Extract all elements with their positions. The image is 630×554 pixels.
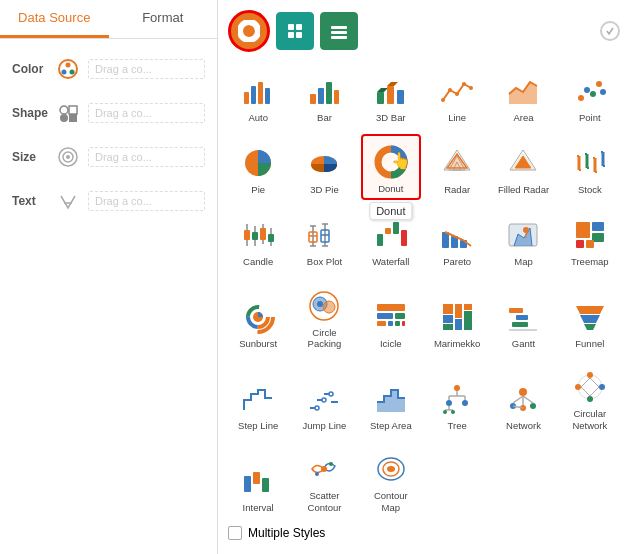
chart-area[interactable]: Area	[493, 62, 553, 128]
text-icon	[54, 187, 82, 215]
chart-interval[interactable]: Interval	[228, 442, 288, 518]
svg-rect-167	[244, 476, 251, 492]
circlepacking-icon	[306, 288, 342, 324]
chart-marimekko[interactable]: Marimekko	[427, 279, 487, 355]
svg-point-107	[317, 301, 323, 307]
svg-point-133	[315, 406, 319, 410]
pie-label: Pie	[251, 184, 265, 195]
map-icon	[505, 217, 541, 253]
pareto-label: Pareto	[443, 256, 471, 267]
svg-rect-125	[512, 322, 528, 327]
format-btn-1[interactable]	[276, 12, 314, 50]
chart-candle[interactable]: Candle	[228, 206, 288, 272]
svg-point-134	[322, 398, 326, 402]
multiple-styles-checkbox[interactable]	[228, 526, 242, 540]
svg-rect-95	[592, 222, 604, 231]
svg-rect-112	[388, 321, 393, 326]
gantt-icon	[505, 299, 541, 335]
svg-point-159	[587, 372, 593, 378]
chart-jumpline[interactable]: Jump Line	[294, 360, 354, 436]
donut-label: Donut	[378, 183, 403, 194]
check-indicator	[600, 21, 620, 41]
svg-line-166	[581, 387, 590, 396]
chart-bar[interactable]: Bar	[294, 62, 354, 128]
chart-sunburst[interactable]: Sunburst	[228, 279, 288, 355]
chart-funnel[interactable]: Funnel	[560, 279, 620, 355]
3dpie-icon	[306, 145, 342, 181]
chart-3dpie[interactable]: 3D Pie	[294, 134, 354, 200]
svg-rect-24	[310, 94, 316, 104]
svg-point-3	[70, 70, 75, 75]
shape-drop-zone[interactable]: Drag a co...	[88, 103, 205, 123]
boxplot-label: Box Plot	[307, 256, 342, 267]
format-btn-2[interactable]	[320, 12, 358, 50]
svg-line-163	[590, 378, 599, 387]
tab-data-source[interactable]: Data Source	[0, 0, 109, 38]
chart-circularnetwork[interactable]: Circular Network	[560, 360, 620, 436]
contourmap-label: Contour Map	[364, 490, 418, 513]
svg-rect-14	[296, 24, 302, 30]
svg-point-41	[590, 91, 596, 97]
color-label: Color	[12, 62, 54, 76]
svg-rect-69	[252, 232, 258, 240]
size-drop-zone[interactable]: Drag a co...	[88, 147, 205, 167]
chart-line[interactable]: Line	[427, 62, 487, 128]
chart-map[interactable]: Map	[493, 206, 553, 272]
chart-auto[interactable]: Auto	[228, 62, 288, 128]
svg-point-144	[462, 400, 468, 406]
area-label: Area	[513, 112, 533, 123]
svg-rect-169	[262, 478, 269, 492]
stepline-label: Step Line	[238, 420, 278, 431]
donut-toolbar-btn[interactable]	[228, 10, 270, 52]
svg-rect-85	[385, 228, 391, 234]
svg-point-36	[462, 82, 466, 86]
chart-radar[interactable]: Radar	[427, 134, 487, 200]
circularnetwork-icon	[572, 369, 608, 405]
jumpline-icon	[306, 381, 342, 417]
tree-label: Tree	[448, 420, 467, 431]
svg-rect-15	[288, 32, 294, 38]
shape-field-row: Shape Drag a co...	[0, 91, 217, 135]
chart-pareto[interactable]: Pareto	[427, 206, 487, 272]
chart-3dbar[interactable]: 3D Bar	[361, 62, 421, 128]
chart-gantt[interactable]: Gantt	[493, 279, 553, 355]
svg-line-164	[590, 387, 599, 396]
chart-tree[interactable]: Tree	[427, 360, 487, 436]
network-label: Network	[506, 420, 541, 431]
chart-stepline[interactable]: Step Line	[228, 360, 288, 436]
chart-point[interactable]: Point	[560, 62, 620, 128]
network-icon	[505, 381, 541, 417]
color-drop-zone[interactable]: Drag a co...	[88, 59, 205, 79]
chart-boxplot[interactable]: Box Plot	[294, 206, 354, 272]
svg-rect-25	[318, 88, 324, 104]
marimekko-label: Marimekko	[434, 338, 480, 349]
svg-rect-110	[395, 313, 405, 319]
svg-point-106	[323, 301, 335, 313]
svg-marker-29	[377, 88, 388, 92]
tab-format[interactable]: Format	[109, 0, 218, 38]
field-rows: Color Drag a co... Shape	[0, 39, 217, 231]
sunburst-label: Sunburst	[239, 338, 277, 349]
svg-rect-16	[296, 32, 302, 38]
chart-scattercontour[interactable]: Scatter Contour	[294, 442, 354, 518]
text-drop-zone[interactable]: Drag a co...	[88, 191, 205, 211]
svg-rect-97	[576, 240, 584, 248]
chart-donut[interactable]: Donut Donut 👆	[361, 134, 421, 200]
chart-filledradar[interactable]: Filled Radar	[493, 134, 553, 200]
chart-contourmap[interactable]: Contour Map	[361, 442, 421, 518]
chart-icicle[interactable]: Icicle	[361, 279, 421, 355]
chart-stock[interactable]: Stock	[560, 134, 620, 200]
chart-circlepacking[interactable]: Circle Packing	[294, 279, 354, 355]
radar-icon	[439, 145, 475, 181]
circularnetwork-label: Circular Network	[563, 408, 617, 431]
size-field-row: Size Drag a co...	[0, 135, 217, 179]
svg-rect-120	[464, 304, 472, 310]
svg-line-165	[581, 378, 590, 387]
chart-network[interactable]: Network	[493, 360, 553, 436]
svg-point-148	[443, 410, 447, 414]
waterfall-icon	[373, 217, 409, 253]
chart-treemap[interactable]: Treemap	[560, 206, 620, 272]
chart-steparea[interactable]: Step Area	[361, 360, 421, 436]
chart-pie[interactable]: Pie	[228, 134, 288, 200]
jumpline-label: Jump Line	[303, 420, 347, 431]
